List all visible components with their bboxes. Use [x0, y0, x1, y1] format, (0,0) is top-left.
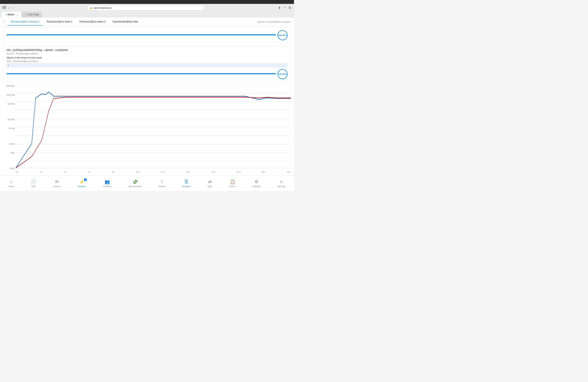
- shares-icon: ⤴: [161, 179, 163, 184]
- files-icon: 📄: [31, 179, 36, 184]
- nav-label-events: Events: [229, 185, 236, 188]
- progress-bar-fill-1: [6, 34, 276, 35]
- bottom-nav: ⌂ Home 📄 Files ✉ Comms + ⚡ Transfers 👥 C…: [0, 175, 294, 191]
- tabs-button[interactable]: ⧉: [288, 6, 292, 10]
- browser-tab-filahair[interactable]: ✈ filahAir ✕: [1, 12, 21, 18]
- progress-row-1: 100.00%: [6, 30, 288, 40]
- transfers-badge: +: [84, 178, 87, 181]
- share-button[interactable]: ⬆: [277, 6, 282, 10]
- red-line: [16, 97, 291, 168]
- tab-bar: ✈ filahAir ✕ ☆ Start Page: [0, 12, 294, 18]
- chart-area: 5000 Mb 1000 Mb 500 Mb 100 Mb 50 Mb 10 M…: [3, 85, 291, 175]
- nav-tab-us-west-2[interactable]: Romance@us-west-2: [76, 18, 109, 25]
- nav-item-contacts[interactable]: 👥 Contacts: [101, 178, 114, 189]
- nav-tab-eu-central-1[interactable]: Romance@eu-central-1: [8, 18, 43, 25]
- nav-item-events[interactable]: 📋 Events: [227, 178, 238, 189]
- nav-label-settings: Settings: [252, 185, 260, 188]
- nav-item-files[interactable]: 📄 Files: [29, 178, 39, 189]
- nav-label-xfers: Xfers: [208, 185, 212, 188]
- transfers-icon: ⚡: [79, 179, 84, 184]
- transfer-dest-label: Dest - Romance@eu-central-1: [6, 60, 288, 63]
- nav-item-storages[interactable]: 🗄 Storages: [180, 178, 193, 189]
- chart-y-labels: 5000 Mb 1000 Mb 500 Mb 100 Mb 50 Mb 10 M…: [3, 85, 16, 170]
- url-text: demo.filashair.io: [94, 6, 112, 9]
- nav-label-sign-out: Sign Out: [277, 185, 286, 188]
- top-nav: ▽ Romance@eu-central-1 Romance@us-east-1…: [0, 18, 294, 26]
- events-icon: 📋: [230, 179, 235, 184]
- browser-chrome: ‹ › 🔒 demo.filashair.io ⬆ + ⧉ ✈ filahAir…: [0, 0, 294, 18]
- filter-icon[interactable]: ▽: [3, 20, 5, 23]
- progress-bar-container-2: [6, 73, 276, 74]
- progress-bar-fill-2: [6, 73, 276, 74]
- transfer-path: /titanic-2-the-heart-of-rose.mp4/: [6, 56, 288, 59]
- nav-label-storages: Storages: [182, 185, 190, 188]
- nav-label-contacts: Contacts: [103, 185, 111, 188]
- storages-icon: 🗄: [184, 179, 189, 184]
- chart-svg: [16, 85, 291, 170]
- tab-close-icon[interactable]: ✕: [17, 14, 18, 16]
- contacts-icon: 👥: [105, 179, 110, 184]
- nav-item-comms[interactable]: ✉ Comms: [51, 178, 63, 189]
- xfers-icon: ⇄: [208, 179, 212, 184]
- progress-circle-2: 100.00%: [277, 69, 288, 79]
- nav-item-shares[interactable]: ⤴ Shares: [156, 178, 168, 189]
- sidebar-toggle-button[interactable]: [2, 6, 6, 9]
- main-area: 100.00% xfer_cp305pyx6a8000016hkg - uplo…: [0, 26, 294, 175]
- forward-button[interactable]: ›: [12, 6, 14, 10]
- chart-x-labels: 0 s 2 s 4 s 6 s 8 s 10 s 12 s 14 s 16 s …: [16, 171, 291, 175]
- sign-out-icon: ⎋: [280, 179, 283, 184]
- blue-line: [16, 92, 291, 168]
- nav-label-comms: Comms: [53, 185, 61, 188]
- nav-tab-us-east-1[interactable]: Romance@us-east-1: [43, 18, 76, 25]
- progress-bar-container-1: [6, 34, 276, 35]
- new-tab-button[interactable]: +: [283, 6, 286, 10]
- home-icon: ⌂: [10, 179, 12, 184]
- nav-item-xfers[interactable]: ⇄ Xfers: [205, 178, 215, 189]
- chart-inner: [16, 85, 291, 170]
- signed-in-label: Signed in as flash@flash.io (admin): [257, 21, 291, 23]
- xfer-accounts-icon: 💸: [132, 179, 138, 184]
- transfer-source: Source - Romance@us-west-2: [6, 52, 288, 55]
- comms-icon: ✉: [55, 179, 59, 184]
- app-content: ▽ Romance@eu-central-1 Romance@us-east-1…: [0, 18, 294, 191]
- tab1-label: filahAir: [7, 13, 15, 16]
- nav-label-home: Home: [8, 185, 14, 188]
- transfer-card-1: 100.00%: [3, 28, 291, 43]
- nav-item-settings[interactable]: ⚙ Settings: [250, 178, 263, 189]
- nav-tab-downloads-my-mac[interactable]: Downloads@My Mac: [109, 18, 141, 25]
- nav-label-shares: Shares: [158, 185, 165, 188]
- nav-label-transfers: Transfers: [77, 185, 86, 188]
- nav-item-sign-out[interactable]: ⎋ Sign Out: [275, 178, 288, 189]
- address-bar[interactable]: 🔒 demo.filashair.io: [88, 5, 204, 11]
- progress-row-2: 100.00%: [6, 69, 288, 79]
- back-button[interactable]: ‹: [8, 6, 10, 10]
- settings-icon: ⚙: [254, 179, 258, 184]
- progress-bar-wrapper-1: [6, 34, 276, 36]
- progress-circle-1: 100.00%: [277, 30, 288, 40]
- nav-label-files: Files: [31, 185, 36, 188]
- nav-label-xfer-accounts: Xfer Accounts: [128, 185, 142, 188]
- star-icon: ☆: [25, 13, 27, 16]
- tab2-label: Start Page: [28, 13, 39, 16]
- browser-top-bar: [0, 0, 294, 4]
- lock-icon: 🔒: [90, 7, 93, 9]
- nav-item-xfer-accounts[interactable]: 💸 Xfer Accounts: [126, 178, 144, 189]
- browser-toolbar: ‹ › 🔒 demo.filashair.io ⬆ + ⧉: [0, 4, 294, 12]
- favicon-icon: ✈: [5, 14, 6, 16]
- progress-bar-wrapper-2: [6, 73, 276, 75]
- nav-item-transfers[interactable]: + ⚡ Transfers: [75, 178, 88, 189]
- browser-tab-startpage[interactable]: ☆ Start Page: [21, 12, 42, 18]
- nav-item-home[interactable]: ⌂ Home: [6, 178, 16, 189]
- transfer-card-2: xfer_cp305pyx6a8000016hkg - upload - com…: [3, 46, 291, 82]
- transfer-title: xfer_cp305pyx6a8000016hkg - upload - com…: [6, 48, 288, 52]
- transfer-dest-path: /: [6, 63, 288, 67]
